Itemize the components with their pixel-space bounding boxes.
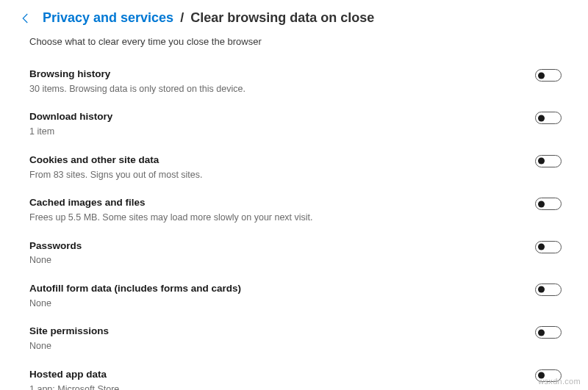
setting-text: Download history 1 item xyxy=(29,110,535,138)
toggle-passwords[interactable] xyxy=(535,241,562,253)
toggle-knob xyxy=(538,329,545,336)
toggle-knob xyxy=(538,158,545,165)
toggle-knob xyxy=(538,115,545,121)
toggle-knob xyxy=(538,244,545,250)
setting-title: Site permissions xyxy=(29,325,535,339)
setting-desc: Frees up 5.5 MB. Some sites may load mor… xyxy=(29,212,535,225)
setting-cookies: Cookies and other site data From 83 site… xyxy=(29,148,566,190)
setting-desc: 1 item xyxy=(29,126,535,139)
setting-autofill: Autofill form data (includes forms and c… xyxy=(29,276,566,319)
toggle-browsing-history[interactable] xyxy=(535,69,562,82)
intro-text: Choose what to clear every time you clos… xyxy=(0,35,588,47)
setting-title: Download history xyxy=(29,110,535,124)
setting-title: Passwords xyxy=(29,239,535,253)
setting-text: Site permissions None xyxy=(29,325,535,353)
setting-text: Cookies and other site data From 83 site… xyxy=(29,154,535,181)
toggle-autofill[interactable] xyxy=(535,284,562,296)
setting-text: Browsing history 30 items. Browsing data… xyxy=(29,68,535,95)
setting-desc: None xyxy=(29,297,535,311)
setting-text: Autofill form data (includes forms and c… xyxy=(29,282,535,310)
toggle-cached[interactable] xyxy=(535,198,562,210)
setting-title: Browsing history xyxy=(29,68,535,82)
setting-text: Passwords None xyxy=(29,239,535,267)
setting-passwords: Passwords None xyxy=(29,234,566,276)
toggle-knob xyxy=(538,72,545,79)
settings-list: Browsing history 30 items. Browsing data… xyxy=(0,47,588,390)
setting-cached: Cached images and files Frees up 5.5 MB.… xyxy=(29,190,566,233)
page-header: Privacy and services / Clear browsing da… xyxy=(0,0,588,35)
setting-text: Cached images and files Frees up 5.5 MB.… xyxy=(29,196,535,224)
toggle-download-history[interactable] xyxy=(535,112,562,124)
setting-title: Hosted app data xyxy=(29,368,535,382)
setting-hosted-app-data: Hosted app data 1 app: Microsoft Store. xyxy=(29,362,566,390)
toggle-cookies[interactable] xyxy=(535,155,562,167)
setting-browsing-history: Browsing history 30 items. Browsing data… xyxy=(29,62,566,104)
setting-download-history: Download history 1 item xyxy=(29,104,566,147)
setting-title: Cookies and other site data xyxy=(29,154,535,167)
setting-desc: None xyxy=(29,254,535,267)
setting-site-permissions: Site permissions None xyxy=(29,319,566,361)
breadcrumb-current: Clear browsing data on close xyxy=(190,10,374,25)
setting-desc: 30 items. Browsing data is only stored o… xyxy=(29,83,535,96)
toggle-knob xyxy=(538,201,545,207)
breadcrumb: Privacy and services / Clear browsing da… xyxy=(43,10,374,26)
setting-desc: None xyxy=(29,340,535,353)
back-arrow-icon[interactable] xyxy=(19,12,32,25)
breadcrumb-separator: / xyxy=(180,10,184,25)
setting-title: Autofill form data (includes forms and c… xyxy=(29,282,535,296)
setting-title: Cached images and files xyxy=(29,196,535,210)
watermark: wsxdn.com xyxy=(538,377,581,386)
toggle-site-permissions[interactable] xyxy=(535,326,562,339)
setting-text: Hosted app data 1 app: Microsoft Store. xyxy=(29,368,535,390)
toggle-knob xyxy=(538,286,545,293)
setting-desc: From 83 sites. Signs you out of most sit… xyxy=(29,169,535,182)
breadcrumb-parent[interactable]: Privacy and services xyxy=(43,10,173,25)
setting-desc: 1 app: Microsoft Store. xyxy=(29,383,535,390)
